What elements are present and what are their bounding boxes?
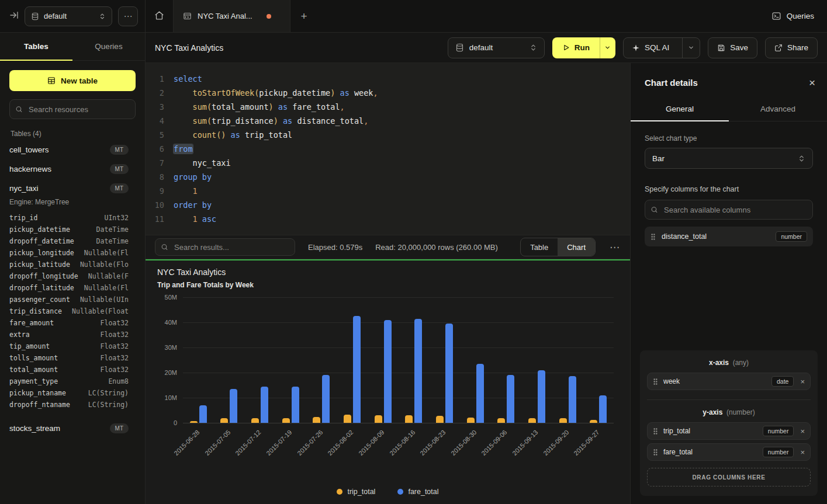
column-row: pickup_ntanameLC(String) <box>9 387 129 399</box>
code-line[interactable]: 2 toStartOfWeek(pickup_datetime) as week… <box>146 86 630 100</box>
code-line[interactable]: 11 1 asc <box>146 212 630 226</box>
code-token: 1 <box>193 186 198 196</box>
bar-group <box>337 297 368 423</box>
code-line[interactable]: 5 count() as trip_total <box>146 128 630 142</box>
table-row[interactable]: hackernewsMT <box>9 159 136 179</box>
chart-type-select[interactable]: Bar <box>645 148 813 169</box>
column-type: UInt32 <box>104 212 129 224</box>
query-database-selector[interactable]: default <box>448 37 545 58</box>
legend-item[interactable]: trip_total <box>337 488 375 496</box>
query-file-icon <box>183 12 192 20</box>
queries-label: Queries <box>787 12 814 20</box>
share-button[interactable]: Share <box>765 37 818 58</box>
legend-item[interactable]: fare_total <box>397 488 438 496</box>
plot-area <box>183 297 614 423</box>
drag-handle-icon[interactable] <box>653 378 658 385</box>
sidebar-tab-tables[interactable]: Tables <box>0 33 72 60</box>
remove-field-icon[interactable]: × <box>799 427 805 435</box>
sql-editor[interactable]: 1select2 toStartOfWeek(pickup_datetime) … <box>146 63 630 235</box>
bar-fare_total <box>384 320 392 423</box>
new-tab-button[interactable]: + <box>290 0 317 32</box>
drag-handle-icon[interactable] <box>650 233 656 241</box>
sidebar-tab-queries[interactable]: Queries <box>72 33 145 60</box>
column-type: Float32 <box>101 364 129 376</box>
legend-label: fare_total <box>408 488 438 496</box>
code-text: order by <box>174 198 212 212</box>
y-axis-tick-label: 20M <box>165 369 177 376</box>
code-line[interactable]: 7 nyc_taxi <box>146 156 630 170</box>
drop-zone[interactable]: DRAG COLUMNS HERE <box>647 468 811 486</box>
y-axis-field-row[interactable]: fare_total number × <box>647 443 811 461</box>
code-line[interactable]: 1select <box>146 72 630 86</box>
sidebar: Tables Queries New table Tables (4) <box>0 33 146 504</box>
remove-field-icon[interactable]: × <box>799 378 805 385</box>
code-line[interactable]: 3 sum(total_amount) as fare_total, <box>146 100 630 114</box>
tab-advanced[interactable]: Advanced <box>729 99 827 121</box>
code-line[interactable]: 4 sum(trip_distance) as distance_total, <box>146 114 630 128</box>
column-row: trip_distanceNullable(Float <box>9 305 129 317</box>
code-token <box>174 116 193 126</box>
column-type: Float32 <box>101 352 129 364</box>
column-name: pickup_longitude <box>9 247 74 259</box>
top-bar-right: Queries <box>771 0 827 32</box>
tab-general[interactable]: General <box>631 99 729 121</box>
database-selector[interactable]: default <box>25 6 112 26</box>
column-type: Nullable(Float <box>72 305 129 317</box>
main: NYC Taxi Analytics default <box>146 33 827 504</box>
results-search-input[interactable] <box>155 238 295 256</box>
bar-trip_total <box>528 418 536 423</box>
sidebar-search-input[interactable] <box>9 99 136 119</box>
drag-handle-icon[interactable] <box>653 427 658 435</box>
run-options-dropdown[interactable] <box>600 37 615 58</box>
results-more-button[interactable]: ⋯ <box>608 241 621 253</box>
drag-handle-icon[interactable] <box>653 449 658 456</box>
line-number: 4 <box>146 114 174 128</box>
chart-type-label: Select chart type <box>645 134 813 142</box>
sql-ai-button[interactable]: SQL AI <box>624 38 677 58</box>
code-line[interactable]: 6from <box>146 142 630 156</box>
query-tab-active[interactable]: NYC Taxi Anal... <box>174 0 290 32</box>
type-badge: number <box>763 426 794 436</box>
main-header: NYC Taxi Analytics default <box>146 33 827 63</box>
new-table-button[interactable]: New table <box>9 70 136 91</box>
code-token <box>174 186 193 196</box>
table-engine: Engine: MergeTree <box>9 198 136 206</box>
view-tab-chart[interactable]: Chart <box>558 238 595 256</box>
columns-search-input[interactable] <box>645 200 813 220</box>
table-row[interactable]: nyc_taxiMT <box>9 179 136 198</box>
column-name: dropoff_ntaname <box>9 399 70 411</box>
unsaved-changes-dot <box>267 14 271 19</box>
sql-ai-dropdown[interactable] <box>682 38 700 58</box>
sidebar-collapse-button[interactable] <box>9 11 19 22</box>
view-tab-table[interactable]: Table <box>521 238 558 256</box>
bar-fare_total <box>414 319 422 423</box>
x-axis-field-row[interactable]: week date × <box>647 373 811 390</box>
code-token <box>174 102 193 112</box>
code-line[interactable]: 9 1 <box>146 184 630 198</box>
remove-field-icon[interactable]: × <box>799 449 805 456</box>
table-row[interactable]: cell_towersMT <box>9 140 136 159</box>
code-line[interactable]: 10order by <box>146 198 630 212</box>
legend-dot <box>337 489 342 495</box>
sparkle-icon <box>632 44 640 52</box>
search-icon <box>15 106 23 113</box>
save-button[interactable]: Save <box>708 37 757 58</box>
queries-button[interactable]: Queries <box>771 11 814 21</box>
code-token: , <box>340 102 345 112</box>
chart-body: 50M40M30M20M10M0 2015-06-282015-07-05201… <box>157 297 618 502</box>
sidebar-search <box>9 99 136 119</box>
available-column-row[interactable]: distance_total number <box>645 227 813 246</box>
database-selector-value: default <box>44 12 67 20</box>
top-bar-left: default ⋯ <box>0 0 146 32</box>
bar-trip_total <box>559 418 567 423</box>
y-axis-field-row[interactable]: trip_total number × <box>647 422 811 440</box>
code-line[interactable]: 8group by <box>146 170 630 184</box>
close-icon[interactable]: × <box>809 77 815 88</box>
bar-trip_total <box>282 418 290 423</box>
column-type: Nullable(F <box>88 270 129 282</box>
table-row[interactable]: stocks_streamMT <box>9 419 136 438</box>
run-button[interactable]: Run <box>552 37 600 58</box>
workspace-more-button[interactable]: ⋯ <box>118 6 138 26</box>
home-tab[interactable] <box>146 0 174 32</box>
bar-trip_total <box>405 415 413 423</box>
